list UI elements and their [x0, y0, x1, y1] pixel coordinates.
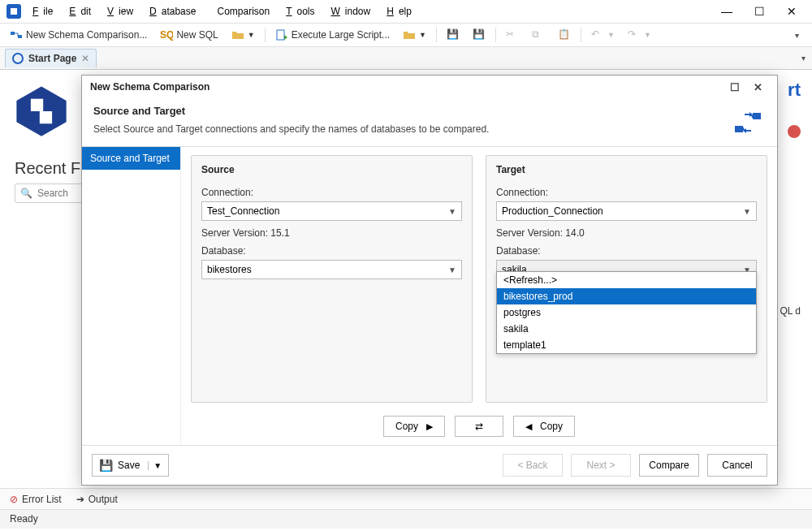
- toolbar-paste[interactable]: 📋: [555, 27, 574, 43]
- output-icon: ➔: [76, 494, 84, 505]
- back-button[interactable]: < Back: [503, 454, 563, 477]
- target-connection-combo[interactable]: Production_Connection ▼: [496, 201, 757, 221]
- copy-right-label: Copy: [395, 421, 418, 432]
- target-connection-value: Production_Connection: [502, 205, 603, 217]
- menu-edit[interactable]: Edit: [64, 2, 101, 20]
- title-bar: File Edit View Database Comparison Tools…: [0, 0, 812, 23]
- product-logo: [13, 83, 70, 140]
- menu-window[interactable]: Window: [326, 2, 381, 20]
- output-label: Output: [89, 494, 118, 505]
- svg-rect-7: [735, 126, 743, 132]
- toolbar-save[interactable]: 💾: [443, 27, 463, 43]
- next-button[interactable]: Next >: [571, 454, 631, 477]
- start-page-icon: [12, 53, 24, 64]
- dialog-maximize-button[interactable]: ☐: [723, 81, 746, 93]
- menu-view[interactable]: View: [102, 2, 143, 20]
- toolbar-execute-large[interactable]: Execute Large Script...: [272, 27, 393, 43]
- target-database-label: Database:: [496, 245, 757, 257]
- cancel-button[interactable]: Cancel: [707, 454, 767, 477]
- menu-help[interactable]: Help: [382, 2, 421, 20]
- truncated-text: QL d: [780, 305, 801, 317]
- dialog-close-button[interactable]: ✕: [746, 81, 769, 93]
- folder-icon: [403, 28, 416, 41]
- menu-file[interactable]: File: [28, 2, 63, 20]
- dialog-body: Source and Target Source Connection: Tes…: [82, 147, 777, 445]
- wizard-step-source-target[interactable]: Source and Target: [82, 147, 180, 170]
- document-tab-strip: Start Page ✕ ▾: [0, 47, 812, 70]
- svg-text:SQL: SQL: [160, 29, 173, 41]
- source-connection-combo[interactable]: Test_Connection ▼: [201, 201, 462, 221]
- save-icon: 💾: [99, 459, 113, 472]
- save-label: Save: [118, 460, 140, 471]
- tab-close-icon[interactable]: ✕: [81, 53, 89, 64]
- dialog-header: Source and Target Select Source and Targ…: [82, 98, 777, 147]
- cut-icon: ✂: [506, 28, 519, 41]
- error-list-tab[interactable]: ⊘ Error List: [10, 494, 62, 505]
- svg-rect-6: [40, 111, 52, 123]
- toolbar-undo[interactable]: ↶▼: [588, 27, 618, 43]
- svg-rect-3: [277, 30, 284, 40]
- toolbar-saveall[interactable]: 💾: [469, 27, 489, 43]
- chevron-down-icon: ▼: [448, 207, 456, 216]
- sync-schema-icon: [732, 106, 764, 139]
- toolbar-open[interactable]: ▼: [228, 27, 258, 43]
- dropdown-option[interactable]: template1: [497, 337, 756, 353]
- target-server-version: Server Version: 14.0: [496, 227, 757, 239]
- save-button[interactable]: 💾 Save ▼: [92, 454, 169, 477]
- dropdown-option[interactable]: postgres: [497, 304, 756, 321]
- dropdown-option[interactable]: <Refresh...>: [497, 272, 756, 288]
- toolbar-redo[interactable]: ↷▼: [624, 27, 654, 43]
- dialog-title: New Schema Comparison: [90, 81, 209, 93]
- swap-button[interactable]: ⇄: [455, 416, 503, 437]
- arrow-left-icon: ◀: [525, 421, 532, 432]
- toolbar-new-sql[interactable]: SQL New SQL: [157, 27, 221, 43]
- target-title: Target: [496, 164, 757, 175]
- redo-icon: ↷: [628, 28, 641, 41]
- maximize-button[interactable]: ☐: [745, 2, 773, 21]
- dropdown-option[interactable]: bikestores_prod: [497, 288, 756, 304]
- dropdown-option[interactable]: sakila: [497, 321, 756, 337]
- output-tab[interactable]: ➔ Output: [76, 494, 118, 505]
- status-bar: Ready: [0, 509, 812, 529]
- sql-icon: SQL: [160, 28, 173, 41]
- minimize-button[interactable]: —: [713, 2, 741, 21]
- dialog-footer: 💾 Save ▼ < Back Next > Compare Cancel: [82, 445, 777, 485]
- save-dropdown-icon[interactable]: ▼: [148, 461, 162, 470]
- copy-left-button[interactable]: ◀ Copy: [513, 416, 575, 437]
- menu-tools[interactable]: Tools: [281, 2, 324, 20]
- tab-start-page[interactable]: Start Page ✕: [5, 49, 97, 67]
- svg-rect-8: [753, 113, 761, 119]
- tab-overflow[interactable]: ▾: [795, 54, 812, 63]
- dialog-description: Select Source and Target connections and…: [93, 123, 766, 135]
- compare-button[interactable]: Compare: [639, 454, 699, 477]
- toolbar-execute-label: Execute Large Script...: [292, 29, 390, 41]
- toolbar-folder2[interactable]: ▼: [400, 27, 430, 43]
- app-icon: [6, 4, 21, 19]
- notification-badge[interactable]: [788, 125, 801, 138]
- undo-icon: ↶: [591, 28, 604, 41]
- close-button[interactable]: ✕: [778, 2, 806, 21]
- dialog-heading: Source and Target: [93, 105, 766, 117]
- paste-icon: 📋: [558, 28, 571, 41]
- chevron-down-icon: ▼: [743, 207, 751, 216]
- source-server-version: Server Version: 15.1: [201, 227, 462, 239]
- svg-rect-5: [31, 99, 43, 111]
- source-database-combo[interactable]: bikestores ▼: [201, 260, 462, 279]
- source-connection-value: Test_Connection: [207, 205, 279, 217]
- target-connection-label: Connection:: [496, 187, 757, 198]
- source-database-label: Database:: [201, 245, 462, 257]
- svg-rect-1: [18, 35, 22, 38]
- copy-right-button[interactable]: Copy ▶: [383, 416, 445, 437]
- wizard-sidebar: Source and Target: [82, 147, 181, 445]
- source-connection-label: Connection:: [201, 187, 462, 198]
- toolbar-copy[interactable]: ⧉: [529, 27, 548, 43]
- menu-bar: File Edit View Database Comparison Tools…: [28, 2, 421, 20]
- toolbar-overflow[interactable]: ▾: [788, 31, 806, 40]
- menu-comparison[interactable]: Comparison: [207, 2, 279, 20]
- toolbar-newsql-label: New SQL: [176, 29, 218, 41]
- menu-database[interactable]: Database: [145, 2, 205, 20]
- toolbar-cut[interactable]: ✂: [503, 27, 522, 43]
- schema-compare-icon: [10, 28, 23, 41]
- toolbar-schema-compare[interactable]: New Schema Comparison...: [6, 27, 150, 43]
- folder-open-icon: [231, 28, 244, 41]
